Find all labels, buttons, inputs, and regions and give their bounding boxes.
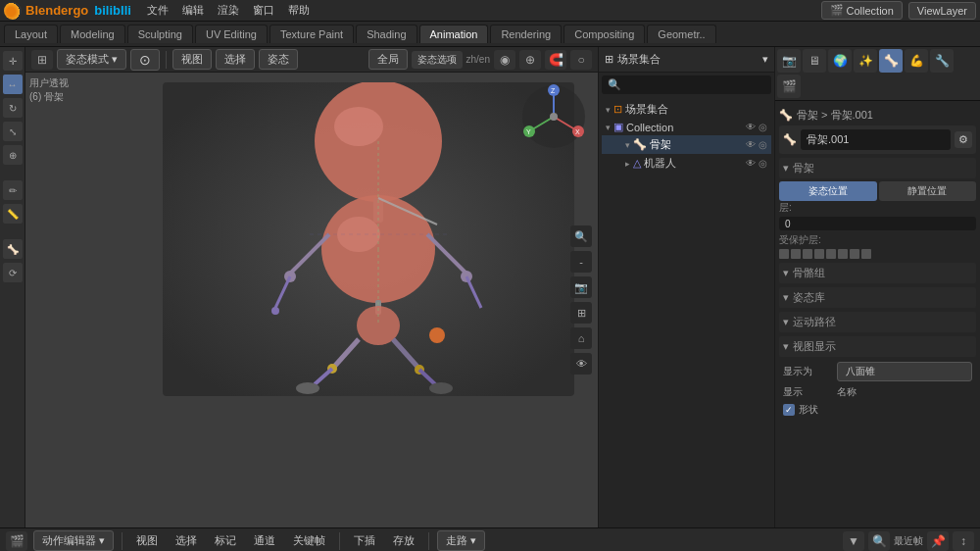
outliner-search-input[interactable]	[625, 79, 765, 90]
props-tab-object-data[interactable]: 🦴	[879, 49, 903, 73]
viewport-view-menu[interactable]: 视图	[172, 49, 212, 70]
tool-scale[interactable]: ⤡	[3, 122, 23, 141]
viewport-global-dropdown[interactable]: 全局	[368, 49, 408, 70]
collection-restrict-icon[interactable]: ◎	[759, 122, 767, 132]
layer-dot-7[interactable]	[861, 249, 871, 259]
robot-object-row[interactable]: ▸ △ 机器人 👁 ◎	[602, 154, 771, 173]
timeline-filter-btn[interactable]: ▼	[843, 531, 864, 551]
camera-view-btn[interactable]: 📷	[570, 276, 592, 298]
pose-position-btn[interactable]: 姿态位置	[779, 181, 877, 201]
props-tab-render[interactable]: 📷	[777, 49, 801, 73]
menu-render[interactable]: 渲染	[212, 1, 245, 20]
action-editor-dropdown[interactable]: 动作编辑器▾	[33, 530, 114, 551]
timeline-pin-btn[interactable]: 📌	[927, 531, 949, 551]
timeline-interpolate-menu[interactable]: 下插	[348, 531, 381, 550]
tab-uv-editing[interactable]: UV Editing	[195, 25, 268, 43]
tab-texture-paint[interactable]: Texture Paint	[270, 25, 354, 43]
timeline-marker-menu[interactable]: 标记	[209, 531, 242, 550]
robot-camera-icon[interactable]: ◎	[759, 158, 767, 169]
bone-edit-btn[interactable]: ⚙	[955, 131, 972, 148]
layer-dot-0[interactable]	[779, 249, 789, 259]
timeline-view-menu[interactable]: 视图	[130, 531, 164, 550]
shapes-checkbox[interactable]: ✓	[783, 404, 795, 416]
props-tab-modifier[interactable]: 🔧	[930, 49, 954, 73]
viewport-editor-type-btn[interactable]: ⊞	[31, 50, 53, 70]
bone-group-title[interactable]: ▾ 骨骼组	[779, 263, 976, 283]
tab-compositing[interactable]: Compositing	[564, 25, 645, 43]
layer-dot-2[interactable]	[803, 249, 812, 259]
menu-edit[interactable]: 编辑	[176, 1, 210, 20]
proportional-btn[interactable]: ○	[570, 50, 592, 70]
timeline-store-menu[interactable]: 存放	[387, 531, 420, 550]
display-type-dropdown[interactable]: 八面锥	[837, 362, 972, 381]
props-tab-object[interactable]: 💪	[905, 49, 928, 73]
hide-btn[interactable]: 👁	[570, 353, 592, 375]
skeleton-section-title[interactable]: ▾ 骨架	[779, 158, 976, 178]
props-tab-view[interactable]: 🌍	[828, 49, 852, 73]
tab-shading[interactable]: Shading	[356, 25, 416, 43]
viewport-canvas[interactable]: 用户透视 (6) 骨架	[25, 73, 598, 527]
armature-caret[interactable]: ▾	[625, 140, 630, 150]
robot-eye-icon[interactable]: 👁	[746, 158, 756, 169]
motion-path-title[interactable]: ▾ 运动路径	[779, 312, 976, 332]
tab-layout[interactable]: Layout	[4, 25, 58, 43]
layer-dot-6[interactable]	[850, 249, 859, 259]
menu-help[interactable]: 帮助	[282, 1, 316, 20]
zoom-out-btn[interactable]: -	[570, 251, 592, 273]
tool-transform[interactable]: ⊕	[3, 145, 23, 165]
armature-camera-icon[interactable]: ◎	[759, 139, 767, 150]
timeline-keyframe-menu[interactable]: 关键帧	[287, 531, 331, 550]
layer-dot-4[interactable]	[826, 249, 836, 259]
timeline-editor-type-btn[interactable]: 🎬	[6, 531, 27, 551]
viewport-shading-dropdown[interactable]: ⊙	[130, 49, 160, 71]
armature-eye-icon[interactable]: 👁	[746, 139, 756, 150]
layer-dot-1[interactable]	[791, 249, 801, 259]
layer-field[interactable]: 0	[779, 217, 976, 230]
tool-roll[interactable]: ⟳	[3, 263, 23, 282]
viewport-pose-menu[interactable]: 姿态	[259, 49, 298, 70]
snap-btn[interactable]: 🧲	[545, 50, 566, 70]
orthographic-btn[interactable]: ⊞	[570, 302, 592, 324]
timeline-sync-btn[interactable]: ↕	[953, 531, 974, 551]
tool-cursor[interactable]: ✛	[3, 51, 23, 71]
viewport-mode-dropdown[interactable]: 姿态模式▾	[57, 49, 126, 70]
view-display-title[interactable]: ▾ 视图显示	[779, 336, 976, 357]
layer-dot-5[interactable]	[838, 249, 848, 259]
armature-object-row[interactable]: ▾ 🦴 骨架 👁 ◎	[602, 135, 771, 154]
collection-caret[interactable]: ▾	[606, 123, 611, 132]
timeline-channel-menu[interactable]: 通道	[248, 531, 281, 550]
viewlayer-selector[interactable]: ViewLayer	[908, 2, 976, 20]
tab-geometry[interactable]: Geometr..	[647, 25, 715, 43]
root-caret[interactable]: ▾	[606, 105, 611, 115]
props-tab-scene[interactable]: ✨	[854, 49, 877, 73]
overlay-btn[interactable]: ◉	[494, 50, 515, 70]
collection-eye-icon[interactable]: 👁	[746, 122, 756, 132]
tab-rendering[interactable]: Rendering	[490, 25, 562, 43]
scene-selector[interactable]: 🎬 Collection	[821, 1, 903, 20]
pose-options-btn[interactable]: 姿态选项	[412, 51, 463, 69]
props-tab-output[interactable]: 🖥	[803, 49, 826, 73]
outliner-filter-btn[interactable]: ▾	[762, 53, 768, 66]
tool-rotate[interactable]: ↻	[3, 98, 23, 118]
timeline-search-btn[interactable]: 🔍	[868, 531, 890, 551]
local-view-btn[interactable]: ⌂	[570, 327, 592, 349]
tab-modeling[interactable]: Modeling	[60, 25, 125, 43]
rest-position-btn[interactable]: 静置位置	[879, 181, 977, 201]
pose-library-title[interactable]: ▾ 姿态库	[779, 287, 976, 308]
tool-annotate[interactable]: ✏	[3, 180, 23, 200]
tool-move[interactable]: ↔	[3, 75, 23, 94]
robot-caret[interactable]: ▸	[625, 159, 630, 169]
props-tab-particles[interactable]: 🎬	[777, 75, 801, 98]
navigation-gizmo[interactable]: Z X Y	[519, 82, 588, 151]
gizmo-btn[interactable]: ⊕	[519, 50, 541, 70]
menu-window[interactable]: 窗口	[247, 1, 280, 20]
timeline-select-menu[interactable]: 选择	[170, 531, 203, 550]
layer-dot-3[interactable]	[814, 249, 824, 259]
viewport-select-menu[interactable]: 选择	[216, 49, 255, 70]
action-name-field[interactable]: 走路▾	[437, 530, 485, 551]
tool-bone[interactable]: 🦴	[3, 239, 23, 259]
tool-measure[interactable]: 📏	[3, 204, 23, 224]
menu-file[interactable]: 文件	[141, 1, 174, 20]
bone-name-field[interactable]: 骨架.001	[801, 129, 951, 150]
tab-animation[interactable]: Animation	[419, 25, 489, 43]
